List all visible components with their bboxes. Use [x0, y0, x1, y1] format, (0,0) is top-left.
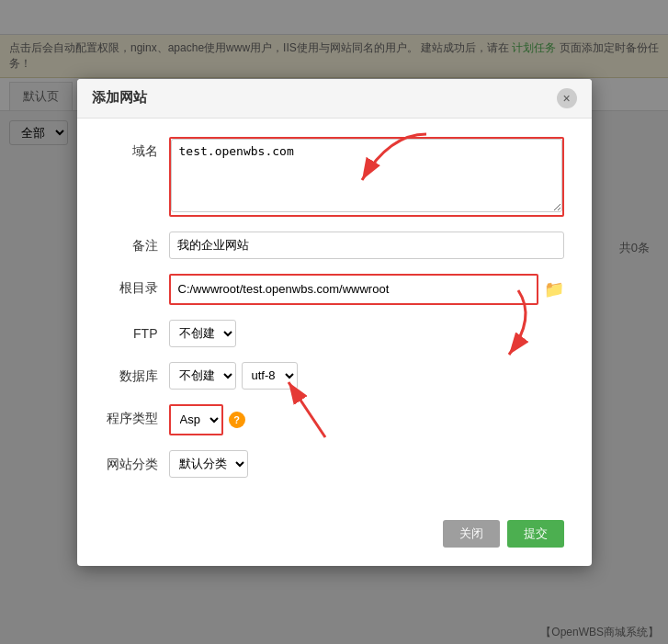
folder-icon[interactable]: 📁: [544, 279, 564, 299]
submit-button[interactable]: 提交: [507, 520, 564, 548]
dir-input[interactable]: [171, 276, 537, 303]
help-icon[interactable]: ?: [229, 412, 245, 428]
prog-type-control: Asp ?: [169, 404, 564, 435]
prog-type-row: 程序类型 Asp ?: [105, 404, 564, 435]
ftp-control: 不创建: [169, 320, 564, 347]
dir-control: 📁: [169, 274, 564, 305]
db-type-select[interactable]: 不创建: [169, 362, 236, 390]
dir-row: 根目录 📁: [105, 274, 564, 305]
site-category-select[interactable]: 默认分类: [169, 450, 248, 478]
modal-body: 域名 test.openwbs.com 备注 根目录: [77, 119, 592, 511]
modal-title: 添加网站: [92, 89, 147, 107]
ftp-select[interactable]: 不创建: [169, 320, 236, 347]
ftp-row: FTP 不创建: [105, 320, 564, 347]
remark-control: [169, 232, 564, 259]
remark-input[interactable]: [169, 232, 564, 259]
prog-highlight-box: Asp: [169, 404, 223, 435]
site-category-control: 默认分类: [169, 450, 564, 478]
site-category-row: 网站分类 默认分类: [105, 450, 564, 478]
database-row: 数据库 不创建 utf-8: [105, 362, 564, 390]
prog-type-label: 程序类型: [105, 404, 169, 432]
add-website-modal: 添加网站 × 域名 test.openwbs.com 备注: [77, 79, 592, 566]
modal-backdrop: 添加网站 × 域名 test.openwbs.com 备注: [0, 0, 668, 644]
db-charset-select[interactable]: utf-8: [242, 362, 298, 390]
remark-label: 备注: [105, 232, 169, 259]
modal-header: 添加网站 ×: [77, 79, 592, 119]
dir-label: 根目录: [105, 274, 169, 301]
close-modal-button[interactable]: 关闭: [443, 520, 500, 548]
domain-control: test.openwbs.com: [169, 137, 564, 217]
modal-footer: 关闭 提交: [77, 520, 592, 548]
remark-row: 备注: [105, 232, 564, 259]
prog-type-select[interactable]: Asp: [171, 406, 221, 434]
ftp-label: FTP: [105, 320, 169, 347]
dir-highlight-box: [169, 274, 538, 305]
domain-input[interactable]: test.openwbs.com: [171, 139, 562, 212]
close-button[interactable]: ×: [557, 88, 577, 108]
domain-highlight-box: test.openwbs.com: [169, 137, 564, 217]
site-category-label: 网站分类: [105, 450, 169, 478]
database-control: 不创建 utf-8: [169, 362, 564, 390]
database-label: 数据库: [105, 362, 169, 390]
domain-row: 域名 test.openwbs.com: [105, 137, 564, 217]
domain-label: 域名: [105, 137, 169, 164]
